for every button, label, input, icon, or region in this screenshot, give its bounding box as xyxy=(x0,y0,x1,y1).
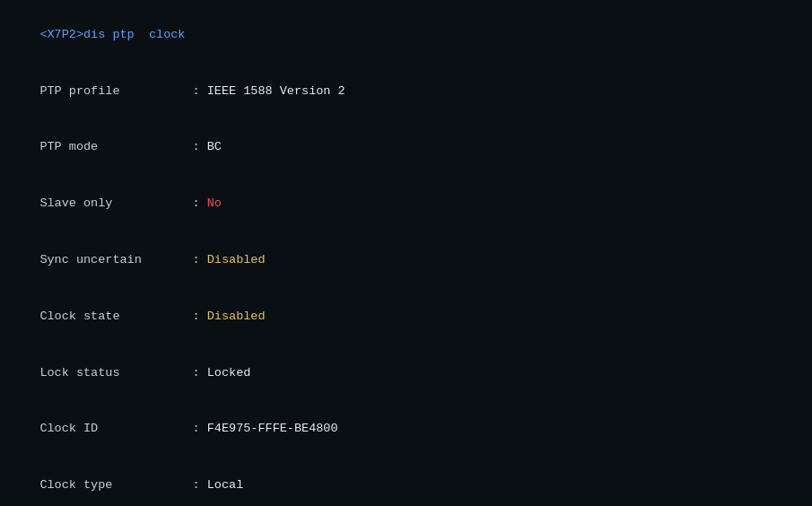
field-slave-only: Slave only : No xyxy=(11,176,801,232)
field-clock-state: Clock state : Disabled xyxy=(11,289,801,345)
field-ptp-profile: PTP profile : IEEE 1588 Version 2 xyxy=(11,64,801,120)
field-clock-type: Clock type : Local xyxy=(11,458,801,506)
field-lock-status: Lock status : Locked xyxy=(11,345,801,402)
field-ptp-mode: PTP mode : BC xyxy=(11,120,801,177)
field-clock-id: Clock ID : F4E975-FFFE-BE4800 xyxy=(11,401,801,458)
terminal: <X7P2>dis ptp clock PTP profile : IEEE 1… xyxy=(0,0,812,506)
command-line: <X7P2>dis ptp clock xyxy=(11,7,801,64)
command-text: <X7P2>dis ptp clock xyxy=(39,28,185,41)
field-sync-uncertain: Sync uncertain : Disabled xyxy=(11,232,801,289)
